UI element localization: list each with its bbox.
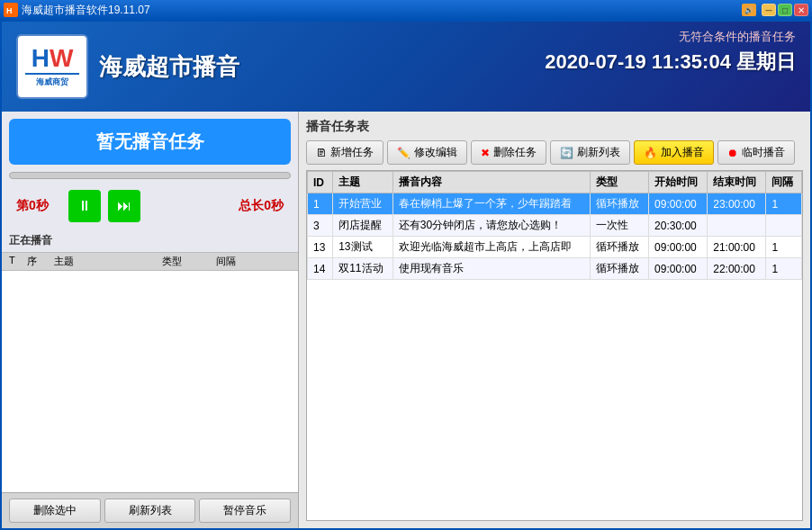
edit-task-button[interactable]: ✏️ 修改编辑 xyxy=(387,140,467,165)
table-row[interactable]: 1开始营业春在柳梢上爆了一个茅，少年踢踏着循环播放09:00:0023:00:0… xyxy=(308,193,802,215)
th-content: 播音内容 xyxy=(392,172,590,193)
th-type: 类型 xyxy=(590,172,648,193)
table-cell xyxy=(766,215,802,237)
table-cell: 1 xyxy=(308,193,333,215)
task-toolbar: 🖹 新增任务 ✏️ 修改编辑 ✖ 删除任务 🔄 刷新列表 🔥 加入播音 xyxy=(306,140,803,165)
table-cell: 23:00:00 xyxy=(708,193,766,215)
playing-table-header: T 序 主题 类型 间隔 xyxy=(2,252,298,271)
logo-area: HW 海威商贸 海威超市播音 xyxy=(16,34,239,99)
th-subject: 主题 xyxy=(333,172,393,193)
refresh-task-button[interactable]: 🔄 刷新列表 xyxy=(550,140,630,165)
col-seq: 序 xyxy=(27,255,54,268)
col-interval: 间隔 xyxy=(216,255,252,268)
th-interval: 间隔 xyxy=(766,172,802,193)
temp-broadcast-button[interactable]: ⏺ 临时播音 xyxy=(717,140,795,165)
table-cell: 循环播放 xyxy=(590,237,648,258)
minimize-button[interactable]: ─ xyxy=(762,4,776,16)
table-cell: 13测试 xyxy=(333,237,393,258)
col-subject: 主题 xyxy=(54,255,162,268)
title-bar: H 海威超市播音软件19.11.07 🔊 ─ □ ✕ xyxy=(0,0,812,20)
table-cell: 09:00:00 xyxy=(649,258,708,280)
maximize-button[interactable]: □ xyxy=(778,4,792,16)
table-cell: 春在柳梢上爆了一个茅，少年踢踏着 xyxy=(392,193,590,215)
right-panel: 播音任务表 🖹 新增任务 ✏️ 修改编辑 ✖ 删除任务 🔄 刷新列表 xyxy=(299,112,810,528)
pause-music-button[interactable]: 暂停音乐 xyxy=(199,499,291,523)
tray-icon[interactable]: 🔊 xyxy=(742,4,756,16)
next-button[interactable]: ⏭ xyxy=(108,190,140,222)
delete-selected-button[interactable]: 删除选中 xyxy=(9,499,101,523)
window-controls: 🔊 ─ □ ✕ xyxy=(742,4,808,16)
edit-icon: ✏️ xyxy=(397,147,411,159)
delete-task-button[interactable]: ✖ 删除任务 xyxy=(471,140,546,165)
pause-button[interactable]: ⏸ xyxy=(68,190,101,222)
table-cell xyxy=(708,215,766,237)
delete-icon: ✖ xyxy=(481,147,490,159)
app-icon: H xyxy=(4,3,18,17)
table-row[interactable]: 14双11活动使用现有音乐循环播放09:00:0022:00:001 xyxy=(308,258,802,280)
table-cell: 1 xyxy=(766,193,802,215)
table-row[interactable]: 1313测试欢迎光临海威超市上高店，上高店即循环播放09:00:0021:00:… xyxy=(308,237,802,258)
pause-icon: ⏸ xyxy=(77,198,92,214)
table-row[interactable]: 3闭店提醒还有30分钟闭店，请您放心选购！一次性20:30:00 xyxy=(308,215,802,237)
join-broadcast-button[interactable]: 🔥 加入播音 xyxy=(634,140,714,165)
col-type: 类型 xyxy=(162,255,216,268)
temp-icon: ⏺ xyxy=(727,147,738,159)
no-task-banner: 暂无播音任务 xyxy=(9,119,291,165)
next-icon: ⏭ xyxy=(117,198,131,214)
table-cell: 还有30分钟闭店，请您放心选购！ xyxy=(392,215,590,237)
col-t: T xyxy=(9,255,27,268)
task-table[interactable]: ID 主题 播音内容 类型 开始时间 结束时间 间隔 1开始营业春在柳梢上爆了一… xyxy=(306,170,803,521)
add-task-button[interactable]: 🖹 新增任务 xyxy=(306,140,383,165)
th-end: 结束时间 xyxy=(708,172,766,193)
table-cell: 13 xyxy=(308,237,333,258)
playing-label: 正在播音 xyxy=(2,229,298,252)
main-window: HW 海威商贸 海威超市播音 无符合条件的播音任务 2020-07-19 11:… xyxy=(0,20,812,530)
playing-table-body xyxy=(2,271,298,492)
company-name: 海威超市播音 xyxy=(99,51,239,83)
left-panel: 暂无播音任务 第0秒 ⏸ ⏭ 总长0秒 正在播音 T 序 主题 类型 xyxy=(2,112,299,528)
content-area: 暂无播音任务 第0秒 ⏸ ⏭ 总长0秒 正在播音 T 序 主题 类型 xyxy=(2,112,810,528)
table-cell: 使用现有音乐 xyxy=(392,258,590,280)
table-cell: 09:00:00 xyxy=(649,237,708,258)
task-table-body: 1开始营业春在柳梢上爆了一个茅，少年踢踏着循环播放09:00:0023:00:0… xyxy=(308,193,802,280)
svg-text:H: H xyxy=(6,6,13,15)
table-cell: 1 xyxy=(766,258,802,280)
close-button[interactable]: ✕ xyxy=(794,4,808,16)
table-cell: 循环播放 xyxy=(590,193,648,215)
table-cell: 21:00:00 xyxy=(708,237,766,258)
table-cell: 14 xyxy=(308,258,333,280)
bottom-buttons: 删除选中 刷新列表 暂停音乐 xyxy=(2,492,298,528)
add-icon: 🖹 xyxy=(316,147,327,159)
table-cell: 22:00:00 xyxy=(708,258,766,280)
table-cell: 循环播放 xyxy=(590,258,648,280)
table-cell: 双11活动 xyxy=(333,258,393,280)
table-cell: 20:30:00 xyxy=(649,215,708,237)
current-time: 第0秒 xyxy=(16,198,61,214)
table-cell: 09:00:00 xyxy=(649,193,708,215)
no-task-text: 无符合条件的播音任务 xyxy=(679,29,796,45)
refresh-left-button[interactable]: 刷新列表 xyxy=(104,499,196,523)
table-cell: 闭店提醒 xyxy=(333,215,393,237)
th-start: 开始时间 xyxy=(649,172,708,193)
table-cell: 一次性 xyxy=(590,215,648,237)
header: HW 海威商贸 海威超市播音 无符合条件的播音任务 2020-07-19 11:… xyxy=(2,22,810,112)
datetime-display: 2020-07-19 11:35:04 星期日 xyxy=(545,49,796,76)
table-cell: 欢迎光临海威超市上高店，上高店即 xyxy=(392,237,590,258)
app-title: 海威超市播音软件19.11.07 xyxy=(22,3,742,18)
player-controls: 第0秒 ⏸ ⏭ 总长0秒 xyxy=(2,183,298,229)
task-table-header-row: ID 主题 播音内容 类型 开始时间 结束时间 间隔 xyxy=(308,172,802,193)
task-table-title: 播音任务表 xyxy=(306,119,803,135)
logo-letters: HW xyxy=(32,46,74,71)
join-icon: 🔥 xyxy=(644,147,657,159)
logo-box: HW 海威商贸 xyxy=(16,34,88,99)
total-time: 总长0秒 xyxy=(148,198,284,214)
table-cell: 3 xyxy=(308,215,333,237)
refresh-icon: 🔄 xyxy=(560,147,573,159)
table-cell: 开始营业 xyxy=(333,193,393,215)
progress-bar[interactable] xyxy=(9,172,291,179)
header-toolbar: 无符合条件的播音任务 2020-07-19 11:35:04 星期日 xyxy=(545,29,796,76)
th-id: ID xyxy=(308,172,333,193)
table-cell: 1 xyxy=(766,237,802,258)
